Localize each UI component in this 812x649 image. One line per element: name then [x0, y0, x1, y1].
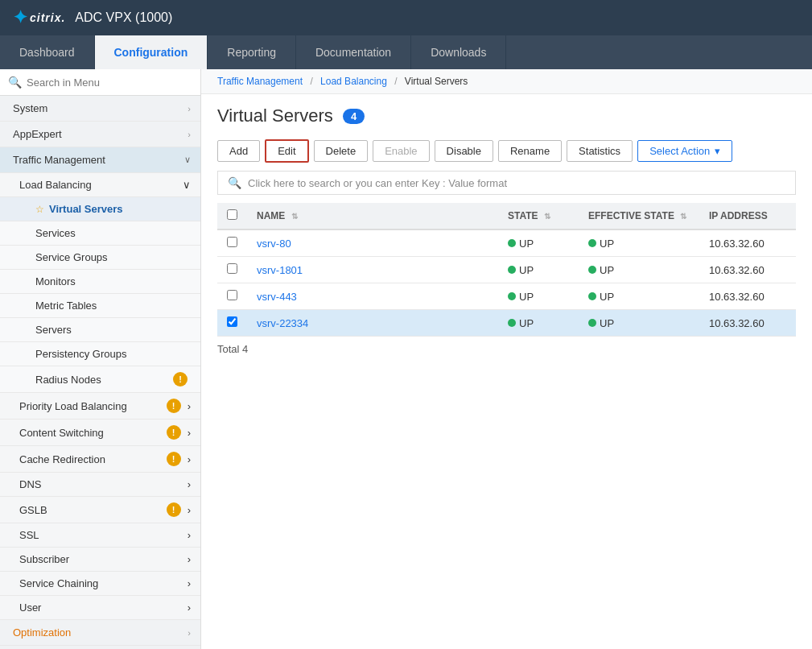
count-badge: 4 [343, 109, 365, 124]
state-text: UP [519, 317, 534, 329]
rename-button[interactable]: Rename [498, 140, 562, 162]
sidebar-item-subscriber-label: Subscriber [19, 553, 69, 565]
delete-button[interactable]: Delete [314, 140, 369, 162]
sidebar-item-ssl-label: SSL [19, 529, 39, 541]
edit-button[interactable]: Edit [265, 139, 308, 163]
table-row[interactable]: vsrv-22334UPUP10.63.32.60 [217, 310, 796, 337]
search-input[interactable] [27, 76, 192, 89]
top-header: ✦ citrix. ADC VPX (1000) [0, 0, 812, 35]
row-state: UP [498, 229, 579, 257]
sidebar-item-system[interactable]: System › [0, 96, 200, 122]
sidebar-item-dns[interactable]: DNS › [0, 473, 200, 497]
table-search-bar[interactable]: 🔍 Click here to search or you can enter … [217, 171, 796, 195]
table-footer: Total 4 [201, 337, 812, 362]
statistics-button[interactable]: Statistics [567, 140, 633, 162]
sidebar-item-monitors[interactable]: Monitors [0, 270, 200, 294]
eff-status-dot-up [588, 239, 596, 247]
sidebar-item-gslb[interactable]: GSLB ! › [0, 497, 200, 523]
tab-reporting[interactable]: Reporting [208, 35, 296, 69]
app-title: ADC VPX (1000) [75, 10, 172, 25]
sidebar-item-service-chaining[interactable]: Service Chaining › [0, 572, 200, 596]
col-header-name[interactable]: NAME ⇅ [247, 203, 498, 229]
sidebar-item-cache-redirection[interactable]: Cache Redirection ! › [0, 446, 200, 473]
sidebar-item-metric-tables[interactable]: Metric Tables [0, 294, 200, 318]
breadcrumb: Traffic Management / Load Balancing / Vi… [201, 69, 812, 94]
row-state: UP [498, 283, 579, 310]
status-dot-up [508, 266, 516, 274]
chevron-right-icon: › [188, 577, 191, 589]
sidebar-item-appexpert[interactable]: AppExpert › [0, 122, 200, 147]
tab-dashboard[interactable]: Dashboard [0, 35, 95, 69]
page-title: Virtual Servers [217, 105, 333, 126]
col-header-state[interactable]: STATE ⇅ [498, 203, 579, 229]
sidebar-item-content-switching[interactable]: Content Switching ! › [0, 420, 200, 446]
sidebar-item-persistency-groups-label: Persistency Groups [35, 348, 126, 360]
menu-search-box[interactable]: 🔍 [0, 69, 200, 96]
row-checkbox[interactable] [227, 263, 237, 274]
sidebar-item-persistency-groups[interactable]: Persistency Groups [0, 342, 200, 366]
sidebar-item-user[interactable]: User › [0, 596, 200, 620]
row-state: UP [498, 310, 579, 337]
table-row[interactable]: vsrv-1801UPUP10.63.32.60 [217, 257, 796, 283]
row-name: vsrv-80 [247, 229, 498, 257]
table-row[interactable]: vsrv-80UPUP10.63.32.60 [217, 229, 796, 257]
table-total-label: Total 4 [217, 343, 248, 355]
sidebar-item-services[interactable]: Services [0, 221, 200, 246]
sidebar-item-service-groups[interactable]: Service Groups [0, 246, 200, 270]
row-ip-address: 10.63.32.60 [699, 310, 796, 337]
row-state: UP [498, 257, 579, 283]
select-all-checkbox[interactable] [227, 209, 237, 220]
status-dot-up [508, 319, 516, 327]
sidebar-item-virtual-servers[interactable]: ☆ Virtual Servers [0, 197, 200, 221]
sidebar-item-ssl[interactable]: SSL › [0, 523, 200, 548]
breadcrumb-traffic-management[interactable]: Traffic Management [217, 76, 303, 87]
status-dot-up [508, 292, 516, 300]
sidebar-item-virtual-servers-label: Virtual Servers [49, 203, 123, 215]
select-action-button[interactable]: Select Action ▾ [637, 140, 732, 162]
eff-status-dot-up [588, 319, 596, 327]
row-checkbox[interactable] [227, 237, 237, 247]
tab-configuration[interactable]: Configuration [95, 35, 208, 69]
chevron-right-icon: › [188, 130, 191, 139]
table-body: vsrv-80UPUP10.63.32.60vsrv-1801UPUP10.63… [217, 229, 796, 337]
sidebar-item-traffic-management[interactable]: Traffic Management ∨ [0, 147, 200, 173]
select-all-header[interactable] [217, 203, 247, 229]
enable-button[interactable]: Enable [373, 140, 429, 162]
main-layout: 🔍 System › AppExpert › Traffic Managemen… [0, 69, 812, 649]
sidebar-item-servers[interactable]: Servers [0, 318, 200, 342]
row-checkbox[interactable] [227, 316, 237, 327]
tab-documentation[interactable]: Documentation [296, 35, 411, 69]
sidebar-item-security[interactable]: Security › [0, 646, 200, 649]
sidebar-item-optimization[interactable]: Optimization › [0, 620, 200, 646]
chevron-right-icon: › [188, 553, 191, 565]
col-ip-label: IP ADDRESS [709, 210, 768, 221]
warning-badge-gslb: ! [167, 502, 181, 517]
chevron-right-icon: › [188, 529, 191, 541]
row-checkbox[interactable] [227, 290, 237, 300]
col-header-effective-state[interactable]: EFFECTIVE STATE ⇅ [579, 203, 699, 229]
sidebar-item-subscriber[interactable]: Subscriber › [0, 548, 200, 572]
row-name: vsrv-443 [247, 283, 498, 310]
sidebar-item-system-label: System [13, 102, 188, 114]
tab-downloads[interactable]: Downloads [411, 35, 506, 69]
add-button[interactable]: Add [217, 140, 260, 162]
select-action-label: Select Action [649, 145, 710, 157]
row-name: vsrv-22334 [247, 310, 498, 337]
sidebar-item-content-switching-label: Content Switching [19, 427, 104, 439]
col-header-ip-address[interactable]: IP ADDRESS [699, 203, 796, 229]
table-row[interactable]: vsrv-443UPUP10.63.32.60 [217, 283, 796, 310]
sidebar-item-radius-nodes[interactable]: Radius Nodes ! [0, 366, 200, 393]
sidebar-item-load-balancing[interactable]: Load Balancing ∨ [0, 173, 200, 197]
sort-icon-name: ⇅ [291, 212, 298, 221]
warning-badge-cache-redirection: ! [167, 452, 181, 466]
dropdown-arrow-icon: ▾ [715, 145, 720, 157]
sidebar-item-priority-lb[interactable]: Priority Load Balancing ! › [0, 393, 200, 420]
disable-button[interactable]: Disable [435, 140, 493, 162]
sidebar-item-radius-nodes-label: Radius Nodes [35, 374, 101, 386]
star-icon: ☆ [35, 204, 44, 215]
sidebar-item-dns-label: DNS [19, 478, 41, 490]
sidebar-item-appexpert-label: AppExpert [13, 128, 188, 140]
breadcrumb-load-balancing[interactable]: Load Balancing [320, 76, 387, 87]
sidebar: 🔍 System › AppExpert › Traffic Managemen… [0, 69, 201, 649]
warning-badge-priority-lb: ! [167, 399, 181, 413]
